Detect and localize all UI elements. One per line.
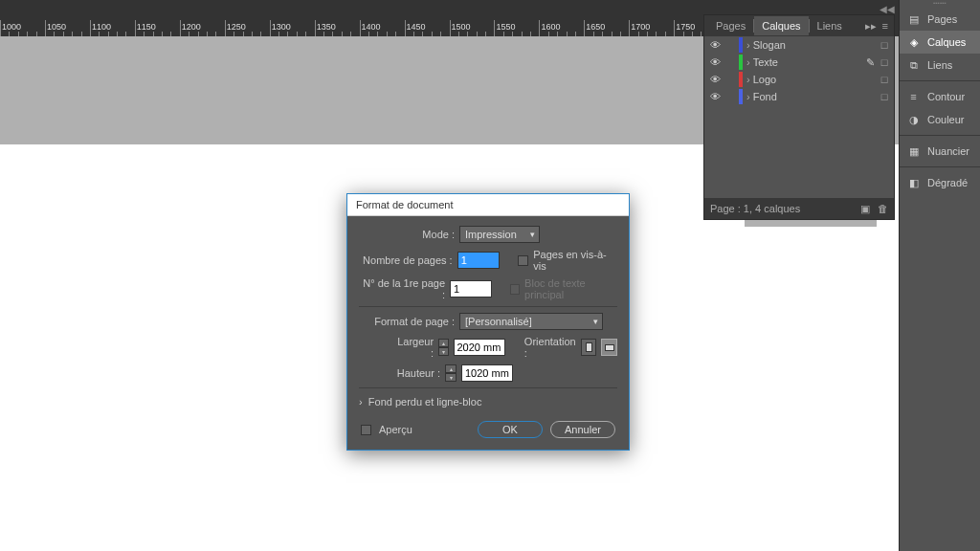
layer-color [739,89,743,104]
dialog-title: Format de document [347,194,629,216]
sidebar-item-label: Couleur [927,114,965,125]
facing-label: Pages en vis-à-vis [533,249,617,272]
sidebar-item-nuancier[interactable]: ▦Nuancier [900,140,980,163]
layer-color [739,55,743,70]
primarytext-checkbox [510,284,520,295]
height-spinner[interactable]: ▴▾ [445,364,457,382]
sidebar-item-liens[interactable]: ⧉Liens [900,54,980,77]
sidebar-item-label: Liens [927,59,952,71]
chevron-right-icon[interactable]: › [746,91,750,102]
sidebar-item-label: Pages [927,13,957,25]
degrade-icon: ◧ [906,176,921,189]
mode-select[interactable]: Impression [459,226,540,243]
preview-checkbox[interactable] [361,425,371,435]
ok-button[interactable]: OK [478,421,543,438]
target-icon[interactable]: □ [879,56,890,68]
sidebar-item-contour[interactable]: ≡Contour [900,85,980,108]
sidebar-item-degrade[interactable]: ◧Dégradé [900,171,980,194]
chevron-right-icon[interactable]: › [746,74,750,85]
layer-name[interactable]: Logo [753,74,879,85]
document-format-dialog: Format de document Mode : Impression Nom… [346,193,630,451]
panel-dock: ┄┄ ▤Pages◈Calques⧉Liens≡Contour◑Couleur▦… [899,0,980,551]
sidebar-item-calques[interactable]: ◈Calques [900,31,980,54]
cancel-button[interactable]: Annuler [550,421,615,438]
grip-icon[interactable]: ┄┄ [900,0,980,8]
orientation-portrait[interactable] [581,339,597,356]
target-icon[interactable]: □ [879,91,890,102]
sidebar-item-label: Calques [927,36,966,48]
trash-icon[interactable]: 🗑 [878,203,888,214]
layer-row[interactable]: 👁›Slogan□ [704,36,894,54]
layer-name[interactable]: Slogan [753,39,879,51]
nuancier-icon: ▦ [906,144,921,158]
couleur-icon: ◑ [906,113,921,126]
layer-color [739,37,743,53]
panel-tabs: Pages | Calques Liens ▸▸ ≡ [704,15,894,36]
npages-input[interactable] [457,252,500,269]
primarytext-label: Bloc de texte principal [524,277,617,300]
layers-panel: Pages | Calques Liens ▸▸ ≡ 👁›Slogan□👁›Te… [703,14,895,220]
firstpage-input[interactable] [450,280,492,298]
visibility-icon[interactable]: 👁 [708,74,722,85]
pages-icon: ▤ [906,12,921,26]
layer-name[interactable]: Fond [753,91,879,102]
pageformat-label: Format de page : [359,316,455,327]
close-icon[interactable]: ◀◀ [880,4,895,14]
layer-row[interactable]: 👁›Fond□ [704,88,894,105]
npages-label: Nombre de pages : [359,254,453,266]
tab-pages[interactable]: Pages [708,16,753,35]
new-layer-icon[interactable]: ▣ [860,203,870,215]
page-status: Page : 1, 4 calques [710,203,800,214]
visibility-icon[interactable]: 👁 [708,39,722,51]
layer-color [739,72,743,87]
sidebar-item-pages[interactable]: ▤Pages [900,8,980,31]
more-icon[interactable]: ▸▸ [865,20,877,33]
liens-icon: ⧉ [906,58,921,72]
target-icon[interactable]: □ [879,39,890,51]
height-input[interactable] [461,364,513,382]
orientation-label: Orientation : [524,336,576,359]
target-icon[interactable]: □ [879,74,890,85]
preview-label: Aperçu [379,424,412,435]
height-label: Hauteur : [392,367,440,379]
layer-row[interactable]: 👁›Texte✎□ [704,54,894,71]
mode-label: Mode : [359,229,455,240]
page-canvas-right[interactable] [745,227,877,551]
sidebar-item-label: Nuancier [927,145,969,157]
bleed-disclosure[interactable]: › Fond perdu et ligne-bloc [359,394,617,409]
layer-row[interactable]: 👁›Logo□ [704,71,894,88]
facing-checkbox[interactable] [518,255,528,266]
pageformat-select[interactable]: [Personnalisé] [459,313,603,330]
tab-calques[interactable]: Calques [754,16,808,35]
chevron-right-icon[interactable]: › [746,39,750,51]
contour-icon: ≡ [906,90,921,103]
layer-name[interactable]: Texte [753,56,866,68]
tab-liens[interactable]: Liens [810,16,850,35]
layer-list: 👁›Slogan□👁›Texte✎□👁›Logo□👁›Fond□ [704,36,894,105]
visibility-icon[interactable]: 👁 [708,56,722,68]
calques-icon: ◈ [906,35,921,49]
chevron-right-icon[interactable]: › [746,56,750,68]
width-label: Largeur : [392,336,434,359]
menu-icon[interactable]: ≡ [882,20,888,33]
panel-footer: Page : 1, 4 calques ▣ 🗑 [704,198,894,219]
sidebar-item-couleur[interactable]: ◑Couleur [900,108,980,131]
firstpage-label: N° de la 1re page : [359,277,445,300]
pencil-icon[interactable]: ✎ [866,56,875,69]
sidebar-item-label: Dégradé [927,177,968,188]
width-input[interactable] [454,339,505,356]
chevron-right-icon: › [359,396,363,408]
orientation-landscape[interactable] [601,339,617,356]
sidebar-item-label: Contour [927,91,965,102]
visibility-icon[interactable]: 👁 [708,91,722,102]
width-spinner[interactable]: ▴▾ [438,339,448,356]
